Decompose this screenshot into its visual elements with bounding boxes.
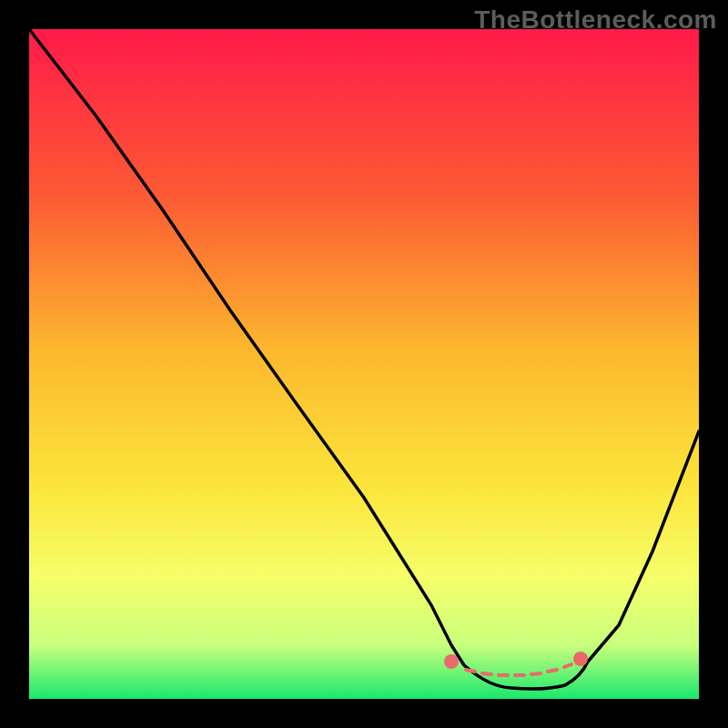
svg-line-2 — [482, 673, 491, 674]
svg-point-8 — [575, 653, 586, 664]
chart-background-gradient — [29, 29, 699, 699]
svg-line-7 — [564, 664, 571, 667]
chart-frame: TheBottleneck.com — [0, 0, 728, 728]
svg-point-0 — [446, 656, 457, 667]
svg-line-5 — [531, 673, 541, 674]
svg-line-6 — [548, 670, 557, 672]
watermark-text: TheBottleneck.com — [474, 5, 717, 35]
svg-line-1 — [466, 670, 475, 672]
chart-plot — [29, 29, 699, 699]
